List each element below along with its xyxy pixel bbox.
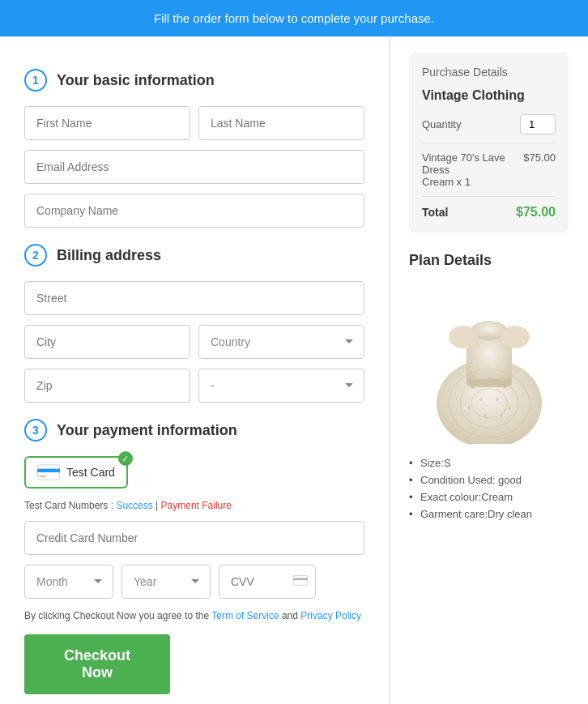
terms-and: and	[282, 610, 300, 621]
section2-title: Billing address	[57, 247, 161, 264]
section3-title: Your payment information	[57, 422, 237, 439]
dress-image	[424, 282, 554, 444]
state-select[interactable]: -	[198, 369, 364, 403]
svg-point-16	[479, 398, 483, 401]
svg-point-18	[467, 406, 471, 409]
purchase-details-title: Purchase Details	[422, 66, 556, 79]
total-label: Total	[422, 206, 448, 219]
svg-point-15	[504, 386, 507, 389]
zip-input[interactable]	[24, 369, 190, 403]
purchase-details-box: Purchase Details Vintage Clothing Quanti…	[409, 53, 569, 233]
section1-header: 1 Your basic information	[24, 69, 364, 92]
zip-state-row: -	[24, 369, 364, 403]
svg-point-17	[496, 398, 499, 401]
top-banner: Fill the order form below to complete yo…	[0, 0, 588, 36]
product-name: Vintage Clothing	[422, 88, 556, 103]
cvv-row: Month 01020304 05060708 09101112 Year 20…	[24, 565, 364, 599]
terms-text: By clicking Checkout Now you agree to th…	[24, 610, 364, 621]
svg-point-21	[500, 414, 503, 417]
item-row: Vintage 70's Lave DressCream x 1 $75.00	[422, 143, 556, 188]
name-row	[24, 106, 364, 140]
plan-detail-item: Exact colour:Cream	[409, 491, 569, 503]
company-row	[24, 194, 364, 228]
city-input[interactable]	[24, 325, 190, 359]
svg-point-20	[484, 414, 487, 417]
success-link[interactable]: Success	[116, 500, 152, 511]
right-panel: Purchase Details Vintage Clothing Quanti…	[390, 36, 588, 704]
plan-details-list: Size:SCondition Used: goodExact colour:C…	[409, 457, 569, 520]
svg-rect-3	[293, 576, 307, 586]
cvv-card-icon	[293, 575, 308, 589]
last-name-input[interactable]	[198, 106, 364, 140]
plan-detail-item: Garment care:Dry clean	[409, 508, 569, 520]
test-card-option[interactable]: ✓ Test Card	[24, 456, 128, 489]
svg-point-13	[471, 386, 475, 389]
page-wrapper: Fill the order form below to complete yo…	[0, 0, 588, 704]
checkout-button[interactable]: Checkout Now	[24, 634, 170, 694]
section2-number: 2	[24, 244, 47, 267]
email-input[interactable]	[24, 150, 364, 184]
country-select[interactable]: Country	[198, 325, 364, 359]
year-select[interactable]: Year 2024202520262027	[121, 565, 211, 599]
check-badge-icon: ✓	[118, 451, 133, 466]
svg-point-9	[501, 326, 530, 348]
total-amount: $75.00	[516, 205, 556, 220]
section3-header: 3 Your payment information	[24, 419, 364, 442]
test-card-info: Test Card Numbers : Success | Payment Fa…	[24, 500, 364, 511]
svg-point-8	[449, 326, 478, 348]
terms-prefix: By clicking Checkout Now you agree to th…	[24, 610, 211, 621]
first-name-input[interactable]	[24, 106, 190, 140]
failure-link[interactable]: Payment Failure	[161, 500, 232, 511]
section1-number: 1	[24, 69, 47, 92]
section3-number: 3	[24, 419, 47, 442]
card-label: Test Card	[66, 466, 115, 479]
street-input[interactable]	[24, 281, 364, 315]
section1-title: Your basic information	[57, 72, 215, 89]
left-panel: 1 Your basic information 2 Billing addre…	[0, 36, 390, 704]
svg-point-19	[508, 406, 511, 409]
terms-link[interactable]: Term of Service	[211, 610, 279, 621]
quantity-label: Quantity	[422, 118, 461, 130]
svg-rect-2	[40, 476, 47, 478]
main-content: 1 Your basic information 2 Billing addre…	[0, 36, 588, 704]
total-row: Total $75.00	[422, 196, 556, 220]
street-row	[24, 281, 364, 315]
plan-details-title: Plan Details	[409, 252, 569, 269]
credit-card-row	[24, 521, 364, 555]
item-price: $75.00	[523, 151, 556, 164]
card-icon	[37, 464, 60, 480]
quantity-input[interactable]	[520, 114, 556, 134]
item-label: Vintage 70's Lave DressCream x 1	[422, 151, 523, 188]
svg-rect-22	[467, 379, 512, 386]
privacy-link[interactable]: Privacy Policy	[300, 610, 361, 621]
cvv-wrapper	[219, 565, 316, 599]
section2-header: 2 Billing address	[24, 244, 364, 267]
plan-detail-item: Condition Used: good	[409, 474, 569, 486]
dress-image-wrapper	[409, 282, 569, 444]
email-row	[24, 150, 364, 184]
svg-rect-1	[37, 469, 60, 472]
quantity-row: Quantity	[422, 114, 556, 134]
credit-card-input[interactable]	[24, 521, 364, 555]
svg-rect-4	[293, 578, 308, 580]
card-options: ✓ Test Card	[24, 456, 364, 489]
test-card-prefix: Test Card Numbers :	[24, 500, 116, 511]
city-country-row: Country	[24, 325, 364, 359]
plan-detail-item: Size:S	[409, 457, 569, 469]
banner-text: Fill the order form below to complete yo…	[154, 11, 434, 25]
company-input[interactable]	[24, 194, 364, 228]
month-select[interactable]: Month 01020304 05060708 09101112	[24, 565, 113, 599]
